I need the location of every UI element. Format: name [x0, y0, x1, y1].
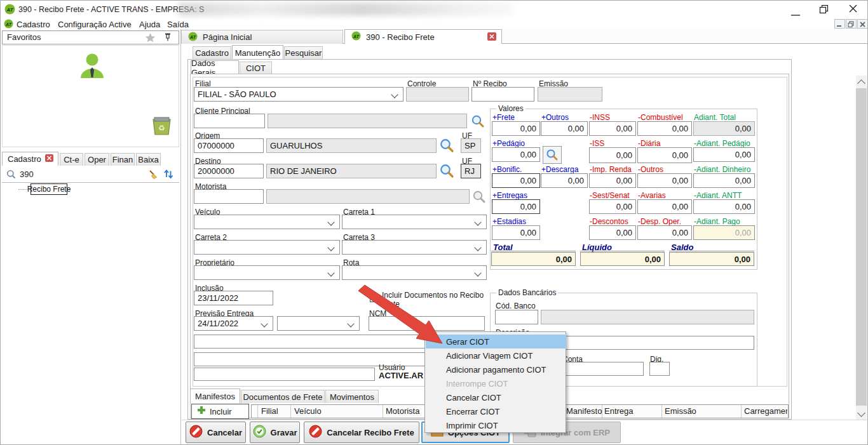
grid-header-veiculo[interactable]: Veículo: [294, 407, 322, 416]
descarga-input[interactable]: 0,00: [541, 173, 588, 188]
diaria-input[interactable]: 0,00: [637, 147, 692, 163]
pin-icon[interactable]: [163, 32, 172, 44]
proprietario-combobox[interactable]: [194, 265, 340, 280]
origem-code-input[interactable]: 07000000: [194, 138, 264, 153]
menu-item-ajuda[interactable]: Ajuda: [139, 20, 160, 29]
iss-input[interactable]: 0,00: [589, 147, 636, 163]
previsao-entrega-combobox[interactable]: 24/11/2022: [194, 316, 273, 331]
rota-combobox[interactable]: [342, 265, 487, 280]
detail-tab-movimentos[interactable]: Movimentos: [325, 390, 379, 403]
search-input[interactable]: 390: [20, 170, 34, 179]
detail-tab-manifestos[interactable]: Manifestos: [190, 389, 240, 403]
page-tab-dados-gerais[interactable]: Dados Gerais: [191, 60, 239, 74]
motorista-code-input[interactable]: [194, 189, 264, 204]
mdi-restore-button[interactable]: [846, 19, 857, 29]
observacao3-input[interactable]: [194, 368, 375, 381]
sidebar-tab-baixa[interactable]: Baixa: [136, 153, 161, 166]
combustivel-input[interactable]: 0,00: [637, 121, 692, 136]
menu-item-adicionar-pagamento-ciot[interactable]: Adicionar pagamento CIOT: [426, 362, 566, 376]
cancelar-button[interactable]: Cancelar: [186, 422, 246, 443]
favoritos-bar[interactable]: Favoritos: [2, 30, 179, 44]
restore-button[interactable]: [819, 4, 829, 17]
pedagio-search-button[interactable]: [543, 146, 562, 164]
sidebar-tab-close-icon[interactable]: [45, 154, 53, 164]
grid-header-carregamento[interactable]: Carregamen: [744, 407, 787, 416]
carreta3-combobox[interactable]: [342, 240, 487, 255]
doc-tab-close-icon[interactable]: [487, 32, 496, 43]
mode-tab-manutencao[interactable]: Manutenção: [232, 45, 283, 60]
avarias-input[interactable]: 0,00: [637, 199, 692, 214]
mode-tab-pesquisar[interactable]: Pesquisar: [284, 46, 323, 59]
origem-search-icon[interactable]: [439, 138, 454, 156]
frete-input[interactable]: 0,00: [492, 121, 540, 136]
descontos-input[interactable]: 0,00: [589, 225, 636, 240]
page-tab-ciot[interactable]: CIOT: [240, 62, 272, 74]
menu-item-imprimir-ciot[interactable]: Imprimir CIOT: [426, 418, 566, 432]
sidebar-tab-oper[interactable]: Oper: [85, 153, 109, 166]
desp-oper-input[interactable]: 0,00: [637, 225, 692, 240]
adiant-total-field: 0,00: [693, 121, 755, 136]
star-icon[interactable]: [145, 32, 156, 46]
menu-item-saida[interactable]: Saída: [167, 20, 189, 29]
scrollbar-thumb[interactable]: [856, 88, 867, 406]
carreta2-combobox[interactable]: [194, 240, 340, 255]
menu-item-cadastro[interactable]: Cadastro: [17, 20, 50, 29]
outros-mais-input[interactable]: 0,00: [541, 121, 588, 136]
menu-item-encerrar-ciot[interactable]: Encerrar CIOT: [426, 404, 566, 418]
menu-item-gerar-ciot[interactable]: Gerar CIOT: [426, 335, 566, 349]
cod-banco-input[interactable]: [495, 310, 538, 324]
destino-search-icon[interactable]: [439, 163, 454, 181]
bonific-input[interactable]: 0,00: [492, 173, 540, 188]
sidebar-tab-cadastro[interactable]: Cadastro: [2, 152, 58, 166]
mode-tab-cadastro[interactable]: Cadastro: [193, 46, 231, 59]
gravar-button[interactable]: Gravar: [250, 422, 300, 443]
grid-header-emissao[interactable]: Emissão: [665, 407, 696, 416]
adiant-dinheiro-input[interactable]: 0,00: [693, 173, 755, 188]
sort-icon[interactable]: [163, 169, 173, 182]
clear-filter-broom-icon[interactable]: [148, 169, 158, 182]
mdi-close-button[interactable]: [857, 19, 868, 29]
outros-menos-input[interactable]: 0,00: [637, 173, 692, 188]
entregas-input[interactable]: 0,00: [492, 199, 540, 214]
hora-combobox[interactable]: [277, 316, 360, 331]
adiant-antt-input[interactable]: 0,00: [693, 199, 755, 214]
inclusao-field[interactable]: 23/11/2022: [194, 291, 273, 305]
incluir-documentos-checkbox[interactable]: [370, 294, 378, 302]
inss-input[interactable]: 0,00: [589, 121, 636, 136]
estadias-input[interactable]: 0,00: [492, 225, 540, 240]
emissao-field: [538, 87, 602, 102]
grid-header-motorista[interactable]: Motorista: [386, 407, 419, 416]
grid-header-entrega[interactable]: Entrega: [604, 407, 634, 416]
grid-header-filial[interactable]: Filial: [261, 407, 278, 416]
cancelar-recibo-frete-button[interactable]: Cancelar Recibo Frete: [304, 422, 419, 443]
sidebar-tab-finan[interactable]: Finan: [111, 153, 135, 166]
detail-tab-documentos-frete[interactable]: Documentos de Frete: [241, 390, 325, 403]
tree-item-recibo-frete[interactable]: Recibo Frete: [31, 183, 67, 195]
carreta1-combobox[interactable]: [342, 215, 487, 229]
veiculo-combobox[interactable]: [194, 215, 340, 229]
destino-code-input[interactable]: 20000000: [194, 164, 264, 178]
incluir-button[interactable]: Incluir: [191, 404, 249, 419]
adiant-pedagio-input[interactable]: 0,00: [693, 147, 755, 162]
menu-item-cancelar-ciot[interactable]: Cancelar CIOT: [426, 390, 566, 404]
pedagio-input[interactable]: 0,00: [492, 147, 540, 162]
close-button[interactable]: [848, 4, 858, 16]
grid-header-manifesto[interactable]: Manifesto: [566, 407, 602, 416]
mdi-minimize-button[interactable]: [834, 19, 845, 29]
cliente-search-icon[interactable]: [471, 114, 485, 131]
num-recibo-input[interactable]: [471, 87, 534, 102]
ncm-input[interactable]: [369, 316, 485, 331]
doc-tab-pagina-inicial[interactable]: AT Página Inicial: [181, 30, 343, 44]
menu-item-adicionar-viagem-ciot[interactable]: Adicionar Viagem CIOT: [426, 349, 566, 362]
dig-input[interactable]: [649, 362, 670, 376]
minimize-button[interactable]: [790, 8, 801, 20]
sest-senat-input[interactable]: 0,00: [589, 199, 636, 214]
imp-renda-input[interactable]: 0,00: [589, 173, 636, 188]
recycle-bin-icon[interactable]: ♻: [151, 114, 172, 138]
filial-combobox[interactable]: FILIAL - SÃO PAULO: [194, 87, 403, 102]
sidebar-search-bar[interactable]: 390: [2, 166, 179, 183]
menu-item-configuracao-active[interactable]: Configuração Active: [58, 20, 132, 29]
cliente-code-input[interactable]: [194, 114, 265, 128]
doc-tab-recibo-frete[interactable]: AT 390 - Recibo Frete: [344, 29, 502, 44]
sidebar-tab-cte[interactable]: Ct-e: [60, 153, 83, 166]
